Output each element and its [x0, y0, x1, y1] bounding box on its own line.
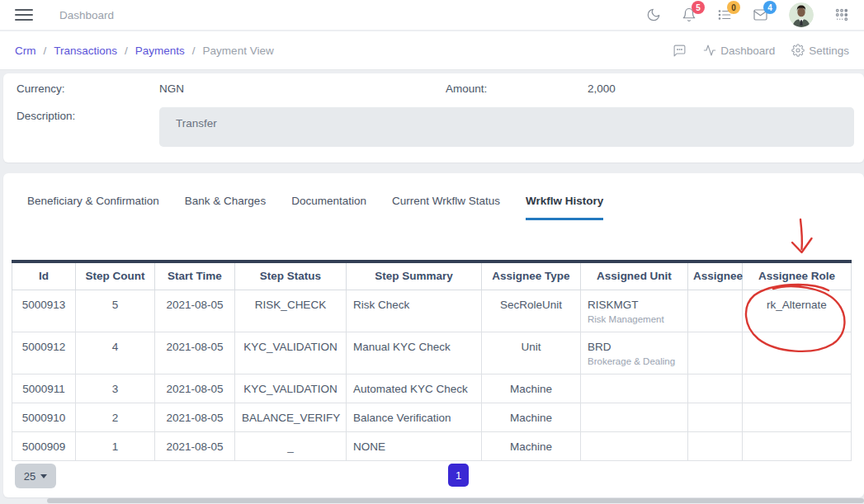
- tasks-list-icon[interactable]: 0: [717, 7, 732, 22]
- cell-start_time: 2021-08-05: [155, 290, 235, 332]
- cell-id: 5000910: [12, 403, 76, 431]
- activity-pulse-icon: [703, 44, 716, 57]
- tab-beneficiary-confirmation[interactable]: Beneficiary & Confirmation: [27, 195, 159, 220]
- table-row: 500091132021-08-05KYC_VALIDATIONAutomate…: [12, 374, 852, 403]
- breadcrumb-separator: /: [192, 45, 196, 57]
- cell-start_time: 2021-08-05: [155, 403, 235, 431]
- amount-label: Amount:: [446, 82, 487, 95]
- cell-step_summary: Manual KYC Check: [347, 332, 482, 374]
- cell-assigned_unit: [581, 431, 688, 460]
- page-size-value: 25: [24, 470, 35, 483]
- cell-assignee_type: Machine: [482, 431, 581, 460]
- assigned-unit-subtitle: Risk Management: [588, 314, 681, 324]
- page-1-button[interactable]: 1: [448, 464, 469, 487]
- cell-step_summary: NONE: [347, 431, 482, 460]
- table-row: 500091022021-08-05BALANCE_VERIFYBalance …: [12, 403, 852, 431]
- cell-step_count: 4: [76, 332, 155, 374]
- cell-step_count: 1: [76, 431, 155, 460]
- cell-start_time: 2021-08-05: [155, 431, 235, 460]
- cell-assignee_role: [743, 374, 852, 403]
- cell-step_summary: Risk Check: [347, 290, 482, 332]
- cell-assignee_type: Machine: [482, 403, 581, 431]
- description-label: Description:: [17, 110, 75, 122]
- breadcrumb-bar: Crm/Transactions/Payments/Payment View D…: [0, 31, 864, 70]
- cell-step_summary: Balance Verification: [347, 403, 482, 431]
- cell-assigned_unit: BRDBrokerage & Dealing: [581, 332, 688, 374]
- amount-value: 2,000: [588, 82, 616, 95]
- settings-link-label: Settings: [809, 45, 849, 57]
- table-body: 500091352021-08-05RISK_CHECKRisk CheckSe…: [12, 290, 852, 460]
- notifications-bell-icon[interactable]: 5: [682, 7, 696, 22]
- tab-current-wrkflw-status[interactable]: Current Wrkflw Status: [392, 195, 500, 220]
- cell-start_time: 2021-08-05: [155, 332, 235, 374]
- cell-assigned_unit: RISKMGTRisk Management: [581, 290, 688, 332]
- caret-down-icon: [40, 474, 47, 478]
- tab-wrkflw-history[interactable]: Wrkflw History: [526, 195, 603, 220]
- chat-bubble-icon[interactable]: [673, 44, 687, 58]
- table-header-row: IdStep CountStart TimeStep StatusStep Su…: [12, 261, 852, 290]
- column-header-assignee: Assignee: [688, 261, 743, 290]
- cell-assignee_role: [743, 431, 852, 460]
- assigned-unit-subtitle: Brokerage & Dealing: [588, 356, 681, 366]
- cell-start_time: 2021-08-05: [155, 374, 235, 403]
- column-header-step_count: Step Count: [76, 261, 155, 290]
- description-textarea[interactable]: [159, 107, 854, 147]
- cell-id: 5000909: [12, 431, 76, 460]
- assigned-unit-code: RISKMGT: [588, 299, 681, 311]
- breadcrumb-link-transactions[interactable]: Transactions: [54, 45, 117, 57]
- cell-assigned_unit: [581, 374, 688, 403]
- cell-id: 5000911: [12, 374, 76, 403]
- assigned-unit-code: BRD: [588, 341, 681, 353]
- cell-step_status: RISK_CHECK: [235, 290, 347, 332]
- gear-icon: [791, 44, 805, 57]
- cell-assignee: [688, 290, 743, 332]
- notifications-badge: 5: [692, 1, 705, 14]
- cell-step_status: _: [235, 431, 347, 460]
- cell-id: 5000913: [12, 290, 76, 332]
- tab-documentation[interactable]: Documentation: [291, 195, 366, 220]
- table-row: 500091352021-08-05RISK_CHECKRisk CheckSe…: [12, 290, 852, 332]
- column-header-start_time: Start Time: [155, 261, 235, 290]
- workflow-history-table: IdStep CountStart TimeStep StatusStep Su…: [12, 260, 852, 461]
- cell-step_status: KYC_VALIDATION: [235, 332, 347, 374]
- cell-assigned_unit: [581, 403, 688, 431]
- messages-envelope-icon[interactable]: 4: [753, 7, 768, 22]
- cell-assignee_role: [743, 332, 852, 374]
- cell-assignee_role: rk_Alternate: [743, 290, 852, 332]
- currency-label: Currency:: [17, 82, 65, 95]
- topbar: Dashboard 5 0 4: [0, 0, 864, 31]
- page-size-dropdown[interactable]: 25: [15, 464, 56, 488]
- column-header-assignee_role: Assignee Role: [743, 261, 852, 290]
- dark-mode-moon-icon[interactable]: [646, 7, 661, 22]
- breadcrumb-link-crm[interactable]: Crm: [15, 45, 36, 57]
- breadcrumb-link-payments[interactable]: Payments: [135, 45, 185, 57]
- user-avatar[interactable]: [789, 2, 814, 27]
- messages-badge: 4: [763, 1, 777, 14]
- breadcrumb-separator: /: [125, 45, 128, 57]
- column-header-assignee_type: Assignee Type: [482, 261, 581, 290]
- table-row: 500091242021-08-05KYC_VALIDATIONManual K…: [12, 332, 852, 374]
- dashboard-link-label: Dashboard: [720, 45, 775, 57]
- breadcrumb-separator: /: [44, 45, 47, 57]
- dashboard-link[interactable]: Dashboard: [703, 44, 775, 57]
- tab-bank-charges[interactable]: Bank & Charges: [185, 195, 266, 220]
- cell-step_count: 2: [76, 403, 155, 431]
- apps-grid-icon[interactable]: [834, 7, 849, 22]
- settings-link[interactable]: Settings: [791, 44, 849, 57]
- cell-assignee: [688, 374, 743, 403]
- cell-assignee: [688, 431, 743, 460]
- cell-step_summary: Automated KYC Check: [347, 374, 482, 403]
- workflow-card: Beneficiary & ConfirmationBank & Charges…: [3, 173, 864, 497]
- cell-assignee: [688, 403, 743, 431]
- hamburger-menu-icon[interactable]: [15, 9, 33, 21]
- column-header-step_summary: Step Summary: [347, 261, 482, 290]
- breadcrumb-current: Payment View: [203, 45, 274, 57]
- cell-assignee_type: Unit: [482, 332, 581, 374]
- horizontal-scrollbar[interactable]: [47, 498, 864, 503]
- column-header-id: Id: [12, 261, 76, 290]
- cell-step_status: BALANCE_VERIFY: [235, 403, 347, 431]
- cell-step_status: KYC_VALIDATION: [235, 374, 347, 403]
- cell-id: 5000912: [12, 332, 76, 374]
- app-title: Dashboard: [59, 9, 114, 21]
- payment-details-card: Currency: NGN Amount: 2,000 Description:: [3, 73, 864, 163]
